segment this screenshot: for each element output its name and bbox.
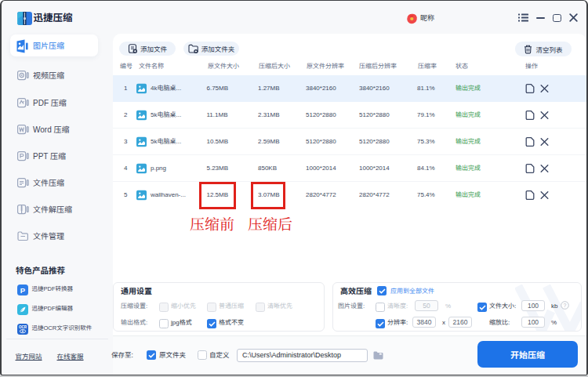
svg-text:P: P (20, 286, 26, 295)
svg-text:OCR: OCR (19, 325, 27, 329)
svg-text:?: ? (564, 303, 567, 308)
